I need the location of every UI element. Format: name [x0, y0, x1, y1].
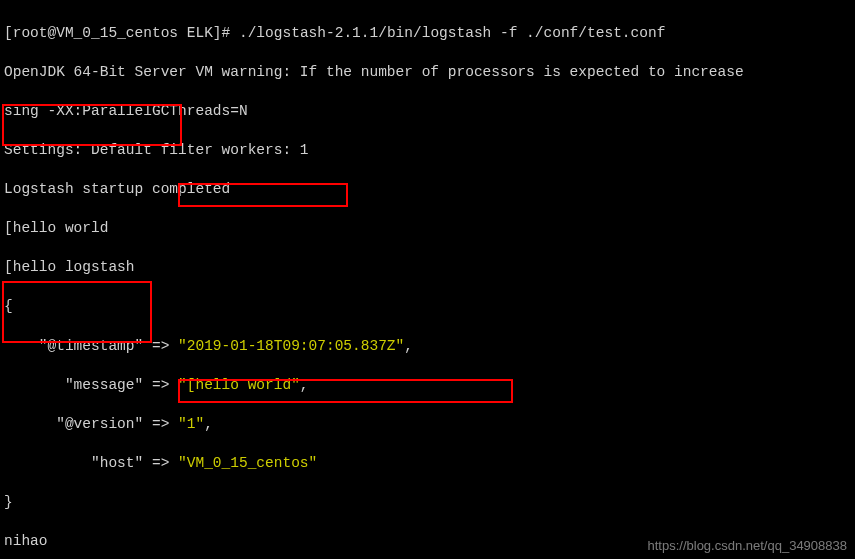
field-line: "message" => "[hello world",	[4, 376, 851, 396]
field-value: "VM_0_15_centos"	[178, 455, 317, 471]
field-key: "@timestamp" =>	[4, 338, 178, 354]
prompt-dir: ELK	[187, 25, 213, 41]
prompt-host: VM_0_15_centos	[56, 25, 178, 41]
prompt-close-bracket: ]	[213, 25, 222, 41]
prompt-user: root	[13, 25, 48, 41]
prompt-hash: #	[222, 25, 239, 41]
field-line: "@timestamp" => "2019-01-18T09:07:05.837…	[4, 337, 851, 357]
field-line: "host" => "VM_0_15_centos"	[4, 454, 851, 474]
command-text: ./logstash-2.1.1/bin/logstash -f ./conf/…	[239, 25, 665, 41]
prompt-line: [root@VM_0_15_centos ELK]# ./logstash-2.…	[4, 24, 851, 44]
comma: ,	[404, 338, 413, 354]
field-value: "[hello world"	[178, 377, 300, 393]
comma: ,	[300, 377, 309, 393]
output-line: OpenJDK 64-Bit Server VM warning: If the…	[4, 63, 851, 83]
terminal-output: [root@VM_0_15_centos ELK]# ./logstash-2.…	[4, 4, 851, 559]
output-line: Settings: Default filter workers: 1	[4, 141, 851, 161]
prompt-at: @	[48, 25, 57, 41]
input-line: [hello world	[4, 219, 851, 239]
input-line: [hello logstash	[4, 258, 851, 278]
watermark-text: https://blog.csdn.net/qq_34908838	[648, 537, 848, 555]
brace-line: {	[4, 297, 851, 317]
field-key: "host" =>	[4, 455, 178, 471]
field-value: "1"	[178, 416, 204, 432]
field-value: "2019-01-18T09:07:05.837Z"	[178, 338, 404, 354]
brace-line: }	[4, 493, 851, 513]
comma: ,	[204, 416, 213, 432]
field-key: "message" =>	[4, 377, 178, 393]
output-line: sing -XX:ParallelGCThreads=N	[4, 102, 851, 122]
output-line: Logstash startup completed	[4, 180, 851, 200]
prompt-open-bracket: [	[4, 25, 13, 41]
field-key: "@version" =>	[4, 416, 178, 432]
field-line: "@version" => "1",	[4, 415, 851, 435]
